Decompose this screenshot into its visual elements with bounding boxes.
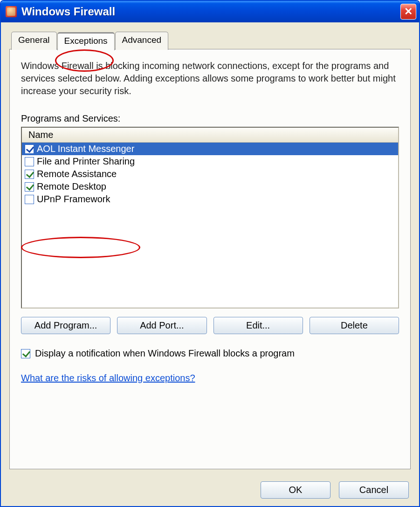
button-row: Add Program... Add Port... Edit... Delet… (21, 317, 399, 334)
list-item-label: Remote Assistance (37, 169, 117, 179)
ok-button[interactable]: OK (261, 481, 330, 499)
tab-general[interactable]: General (11, 32, 57, 50)
list-item-label: Remote Desktop (37, 181, 106, 192)
intro-text: Windows Firewall is blocking incoming ne… (21, 60, 399, 97)
tab-strip: General Exceptions Advanced (9, 32, 411, 50)
programs-label: Programs and Services: (21, 113, 399, 124)
list-item-aol[interactable]: AOL Instant Messenger (22, 143, 398, 155)
list-item-file-printer[interactable]: File and Printer Sharing (22, 155, 398, 168)
list-item-label: AOL Instant Messenger (37, 144, 134, 154)
checkbox-upnp[interactable] (25, 195, 34, 204)
list-item-remote-desktop[interactable]: Remote Desktop (22, 180, 398, 193)
list-item-label: UPnP Framework (37, 194, 110, 205)
notify-label: Display a notification when Windows Fire… (35, 348, 295, 359)
dialog-footer: OK Cancel (1, 475, 419, 506)
risks-link[interactable]: What are the risks of allowing exception… (21, 373, 195, 384)
checkbox-file-printer[interactable] (25, 157, 34, 166)
firewall-icon (6, 6, 17, 17)
list-header[interactable]: Name (22, 128, 398, 143)
checkbox-aol[interactable] (25, 144, 34, 154)
notify-checkbox[interactable] (21, 349, 30, 358)
titlebar: Windows Firewall ✕ (1, 1, 419, 22)
tab-panel-exceptions: Windows Firewall is blocking incoming ne… (9, 49, 411, 469)
list-item-remote-assistance[interactable]: Remote Assistance (22, 168, 398, 180)
close-button[interactable]: ✕ (400, 4, 416, 20)
checkbox-remote-desktop[interactable] (25, 182, 34, 192)
programs-listbox[interactable]: Name AOL Instant Messenger File and Prin… (21, 127, 399, 308)
delete-button[interactable]: Delete (310, 317, 399, 334)
tab-advanced[interactable]: Advanced (115, 32, 169, 50)
notify-row: Display a notification when Windows Fire… (21, 348, 399, 359)
close-icon: ✕ (404, 6, 413, 18)
add-program-button[interactable]: Add Program... (21, 317, 110, 334)
tab-exceptions[interactable]: Exceptions (57, 32, 115, 50)
list-item-label: File and Printer Sharing (37, 156, 135, 167)
add-port-button[interactable]: Add Port... (117, 317, 207, 334)
window-title: Windows Firewall (21, 5, 396, 18)
edit-button[interactable]: Edit... (213, 317, 303, 334)
cancel-button[interactable]: Cancel (339, 481, 409, 499)
list-item-upnp[interactable]: UPnP Framework (22, 193, 398, 206)
checkbox-remote-assistance[interactable] (25, 170, 34, 179)
